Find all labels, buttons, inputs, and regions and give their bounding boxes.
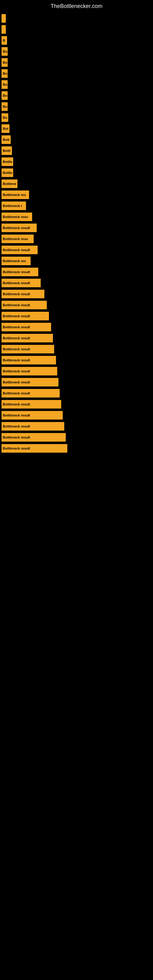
result-bar: Bottleneck result: [2, 246, 38, 254]
bar-label: Bottleneck result: [3, 303, 30, 307]
bar-row: Bottleneck resu: [0, 235, 153, 243]
bar-label: Bottleneck result: [3, 281, 30, 285]
bar-label: Bottleneck resu: [3, 237, 28, 241]
bar-row: [0, 14, 153, 23]
bar-row: [0, 25, 153, 34]
result-bar: Bottleneck resu: [2, 235, 33, 243]
bar-row: Bottleneck result: [0, 246, 153, 254]
bar-row: Bo: [0, 113, 153, 122]
bar-label: Bo: [3, 49, 7, 53]
bar-row: Bottleneck result: [0, 378, 153, 387]
result-bar: Bottleneck result: [2, 411, 63, 420]
bar-label: Bottle: [3, 160, 12, 164]
bar-row: Bottleneck result: [0, 400, 153, 409]
result-bar: Bottleneck result: [2, 400, 61, 409]
bar-label: Bottleneck result: [3, 380, 30, 384]
result-bar: Bottleneck result: [2, 301, 47, 309]
bar-row: Bottlene: [0, 180, 153, 188]
bar-row: Bottleneck result: [0, 268, 153, 276]
result-bar: Bottleneck result: [2, 312, 49, 320]
result-bar: Bottlene: [2, 180, 18, 188]
bar-label: Bottleneck result: [3, 347, 30, 351]
bar-label: Bo: [3, 116, 7, 119]
result-bar: Bottleneck resu: [2, 213, 32, 221]
result-bar: Bo: [2, 102, 8, 111]
bar-label: Bott: [3, 138, 10, 142]
result-bar: Bottl: [2, 146, 12, 155]
bar-label: Bottleneck result: [3, 248, 30, 252]
result-bar: Bottle: [2, 158, 13, 166]
result-bar: B: [2, 36, 7, 45]
bar-row: Bott: [0, 135, 153, 144]
bar-row: Bottleneck result: [0, 433, 153, 442]
result-bar: Bottleneck result: [2, 279, 41, 287]
bar-row: Bottl: [0, 146, 153, 155]
result-bar: Bo: [2, 91, 8, 100]
bar-row: Bo: [0, 80, 153, 89]
bar-row: Bottleneck result: [0, 334, 153, 342]
bar-row: Bo: [0, 58, 153, 67]
site-title: TheBottlenecker.com: [0, 0, 153, 11]
bar-label: Bottleneck result: [3, 325, 30, 329]
bar-row: B: [0, 36, 153, 45]
bar-label: Bottleneck result: [3, 414, 30, 417]
bar-row: Bottleneck result: [0, 389, 153, 398]
result-bar: Bottleneck result: [2, 268, 38, 276]
bar-row: Bottleneck result: [0, 301, 153, 309]
result-bar: Bottleneck result: [2, 367, 57, 375]
bar-label: Bo: [3, 105, 7, 108]
result-bar: Bo: [2, 58, 8, 67]
bar-row: Bottleneck resu: [0, 213, 153, 221]
bar-row: Bottleneck result: [0, 367, 153, 375]
bar-row: Bottleneck res: [0, 191, 153, 199]
bar-row: Bottleneck result: [0, 279, 153, 287]
bar-label: Bo: [3, 94, 7, 97]
result-bar: Bo: [2, 47, 8, 56]
bar-label: Bottleneck result: [3, 425, 30, 428]
bar-label: Bottlene: [3, 182, 16, 186]
bar-label: Bottleneck res: [3, 259, 26, 263]
bars-container: BBoBoBoBoBoBoBoBotBottBottlBottleBottleB…: [0, 11, 153, 458]
bar-label: Bottleneck result: [3, 447, 30, 450]
result-bar: Bo: [2, 80, 8, 89]
bar-label: Bottleneck result: [3, 358, 30, 362]
bar-row: Bottleneck result: [0, 224, 153, 232]
bar-row: Bottleneck result: [0, 323, 153, 331]
result-bar: Bottle: [2, 169, 13, 177]
result-bar: Bottleneck result: [2, 345, 54, 353]
result-bar: Bottleneck res: [2, 191, 29, 199]
bar-label: Bot: [3, 127, 8, 130]
bar-row: Bottleneck result: [0, 356, 153, 364]
result-bar: Bottleneck result: [2, 422, 64, 431]
bar-label: Bo: [3, 83, 7, 86]
bar-row: Bottleneck result: [0, 312, 153, 320]
bar-label: B: [3, 38, 5, 42]
result-bar: Bottleneck res: [2, 257, 30, 265]
result-bar: Bottleneck result: [2, 389, 60, 398]
bar-row: Bo: [0, 47, 153, 56]
result-bar: Bottleneck result: [2, 356, 56, 364]
result-bar: Bottleneck r: [2, 202, 26, 210]
result-bar: Bottleneck result: [2, 334, 53, 342]
bar-label: Bottle: [3, 171, 12, 175]
bar-label: Bo: [3, 60, 7, 64]
bar-row: Bottleneck r: [0, 202, 153, 210]
bar-row: Bo: [0, 102, 153, 111]
bar-row: Bo: [0, 69, 153, 78]
result-bar: Bott: [2, 135, 11, 144]
bar-label: Bottleneck result: [3, 369, 30, 373]
bar-label: Bottleneck r: [3, 204, 22, 208]
result-bar: Bottleneck result: [2, 290, 45, 298]
bar-row: Bo: [0, 91, 153, 100]
bar-label: Bottleneck result: [3, 336, 30, 340]
result-bar: Bo: [2, 113, 8, 122]
bar-label: Bottleneck result: [3, 391, 30, 395]
result-bar: Bot: [2, 124, 10, 133]
bar-row: Bottle: [0, 169, 153, 177]
bar-row: Bottleneck result: [0, 345, 153, 353]
result-bar: Bottleneck result: [2, 378, 59, 387]
bar-row: Bottle: [0, 158, 153, 166]
result-bar: [2, 14, 6, 23]
bar-row: Bot: [0, 124, 153, 133]
bar-row: Bottleneck result: [0, 444, 153, 453]
